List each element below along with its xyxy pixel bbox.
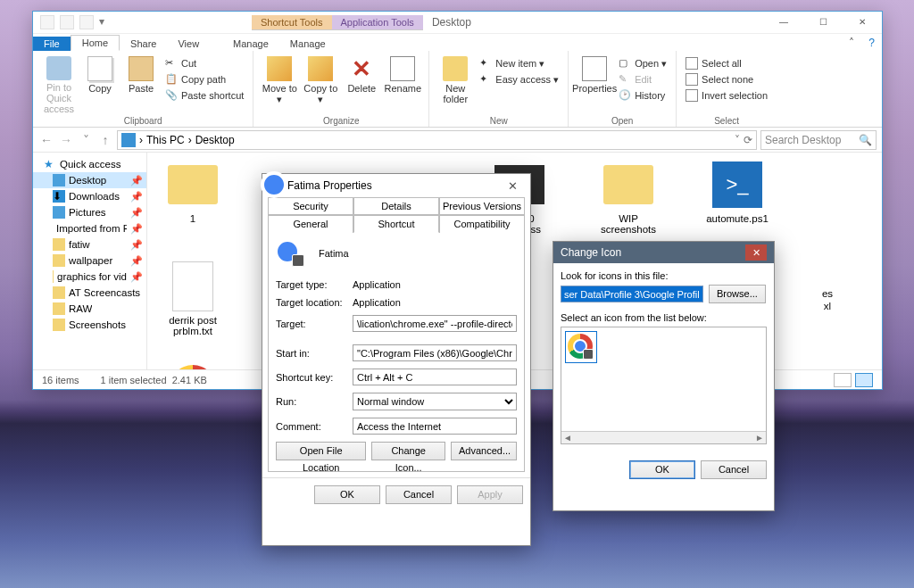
dialog-title-bar[interactable]: Fatima Properties ✕ [262, 174, 530, 197]
tab-previous-versions[interactable]: Previous Versions [439, 197, 525, 215]
dialog-close-button[interactable]: ✕ [500, 179, 525, 193]
nav-wallpaper[interactable]: wallpaper📌 [33, 253, 146, 269]
nav-fatiw[interactable]: fatiw📌 [33, 236, 146, 253]
close-button[interactable]: ✕ [843, 12, 882, 32]
nav-pictures[interactable]: Pictures📌 [33, 204, 146, 220]
qat-customize-icon[interactable]: ▾ [99, 15, 104, 29]
tab-security[interactable]: Security [268, 197, 353, 215]
tab-home[interactable]: Home [71, 35, 120, 51]
nav-graphics[interactable]: graphics for vid📌 [33, 269, 146, 285]
cut-button[interactable]: ✂Cut [162, 56, 247, 70]
maximize-button[interactable]: ☐ [803, 12, 843, 32]
shortcut-key-input[interactable] [353, 369, 517, 385]
cancel-button[interactable]: Cancel [701, 460, 767, 479]
copy-path-button[interactable]: 📋Copy path [162, 72, 247, 87]
breadcrumb-desktop[interactable]: Desktop [195, 134, 235, 146]
nav-desktop[interactable]: Desktop📌 [33, 172, 146, 188]
icon-option-chrome-profile[interactable] [565, 331, 597, 363]
open-file-location-button[interactable]: Open File Location [276, 442, 366, 460]
rename-button[interactable]: Rename [382, 53, 423, 114]
tab-file[interactable]: File [33, 37, 71, 51]
new-folder-qat-icon[interactable] [79, 15, 94, 29]
tab-view[interactable]: View [167, 37, 210, 51]
browse-button[interactable]: Browse... [709, 285, 766, 303]
new-item-button[interactable]: ✦New item ▾ [476, 56, 562, 70]
minimize-button[interactable]: — [764, 12, 803, 32]
icon-list[interactable]: ◄► [561, 327, 767, 444]
select-all-button[interactable]: Select all [682, 56, 771, 70]
tab-details[interactable]: Details [353, 197, 439, 215]
address-dropdown-icon[interactable]: ˅ [735, 134, 740, 146]
delete-button[interactable]: ✕Delete [341, 53, 382, 114]
nav-imported[interactable]: Imported from F📌 [33, 220, 146, 236]
breadcrumb-this-pc[interactable]: This PC [146, 134, 185, 146]
open-button[interactable]: ▢Open ▾ [615, 56, 670, 70]
horizontal-scrollbar[interactable]: ◄► [561, 431, 766, 443]
scroll-left-icon[interactable]: ◄ [563, 433, 572, 443]
view-details-button[interactable] [834, 373, 852, 387]
tab-manage-shortcut[interactable]: Manage [222, 37, 279, 51]
item-derrik-txt[interactable]: derrik post prblm.txt [156, 260, 229, 336]
cancel-button[interactable]: Cancel [386, 485, 452, 504]
copy-button[interactable]: Copy [79, 53, 120, 114]
view-large-icons-button[interactable] [855, 373, 873, 387]
nav-recent-button[interactable]: ˅ [78, 132, 94, 148]
refresh-icon[interactable]: ⟳ [744, 134, 752, 146]
easy-access-button[interactable]: ✦Easy access ▾ [476, 72, 562, 87]
new-folder-button[interactable]: New folder [435, 53, 476, 114]
select-none-button[interactable]: Select none [682, 72, 771, 87]
dialog-close-button[interactable]: ✕ [745, 244, 767, 261]
tab-share[interactable]: Share [120, 37, 167, 51]
nav-forward-button[interactable]: → [58, 132, 74, 148]
item-wip-screenshots[interactable]: WIP screenshots [592, 158, 665, 235]
tab-manage-app[interactable]: Manage [279, 37, 337, 51]
comment-input[interactable] [353, 418, 517, 435]
run-select[interactable]: Normal window [353, 393, 517, 410]
tab-general[interactable]: General [268, 215, 353, 233]
history-button[interactable]: 🕑History [615, 88, 670, 103]
nav-raw[interactable]: RAW [33, 301, 146, 317]
item-es[interactable]: es xl [810, 260, 845, 336]
dialog-title: Change Icon [561, 246, 745, 259]
ok-button[interactable]: OK [314, 485, 380, 504]
properties-qat-icon[interactable] [60, 15, 74, 29]
scroll-right-icon[interactable]: ► [755, 433, 764, 443]
dialog-title-bar[interactable]: Change Icon ✕ [553, 242, 774, 263]
paste-shortcut-button[interactable]: 📎Paste shortcut [162, 88, 247, 103]
tab-compatibility[interactable]: Compatibility [439, 215, 525, 233]
breadcrumb-segment[interactable]: › [139, 134, 143, 146]
nav-screenshots[interactable]: Screenshots [33, 317, 146, 333]
paste-button[interactable]: Paste [120, 53, 162, 114]
address-bar[interactable]: › This PC › Desktop ˅ ⟳ [117, 130, 757, 150]
apply-button[interactable]: Apply [457, 485, 523, 504]
move-to-button[interactable]: Move to ▾ [259, 53, 300, 114]
item-folder-1[interactable]: 1 [156, 158, 229, 235]
label-comment: Comment: [276, 421, 353, 432]
target-input[interactable] [353, 315, 517, 332]
ribbon-collapse-icon[interactable]: ˄ [842, 35, 861, 51]
help-icon[interactable]: ? [861, 35, 882, 51]
breadcrumb-separator[interactable]: › [188, 134, 192, 146]
item-automute[interactable]: >_ automute.ps1 [701, 158, 774, 235]
ok-button[interactable]: OK [629, 460, 695, 479]
advanced-button[interactable]: Advanced... [451, 442, 517, 460]
tab-shortcut[interactable]: Shortcut [353, 215, 439, 233]
icon-path-input[interactable] [561, 286, 703, 302]
change-icon-button[interactable]: Change Icon... [371, 442, 445, 460]
copy-to-button[interactable]: Copy to ▾ [300, 53, 341, 114]
edit-button[interactable]: ✎Edit [615, 72, 670, 87]
nav-downloads[interactable]: ⬇Downloads📌 [33, 188, 146, 204]
pin-to-quick-access-button[interactable]: Pin to Quick access [38, 53, 79, 114]
properties-button[interactable]: Properties [574, 53, 615, 114]
nav-screencasts[interactable]: AT Screencasts [33, 285, 146, 301]
start-in-input[interactable] [353, 344, 517, 361]
nav-quick-access[interactable]: ★Quick access [33, 156, 146, 172]
item-work-shortcut[interactable]: Work [156, 361, 229, 369]
folder-icon[interactable] [40, 15, 54, 29]
search-input[interactable]: Search Desktop 🔍 [760, 130, 877, 150]
nav-back-button[interactable]: ← [38, 132, 54, 148]
invert-selection-button[interactable]: Invert selection [682, 88, 771, 103]
nav-up-button[interactable]: ↑ [97, 132, 113, 148]
value-target-type: Application [353, 279, 517, 290]
group-label-new: New [429, 116, 568, 126]
